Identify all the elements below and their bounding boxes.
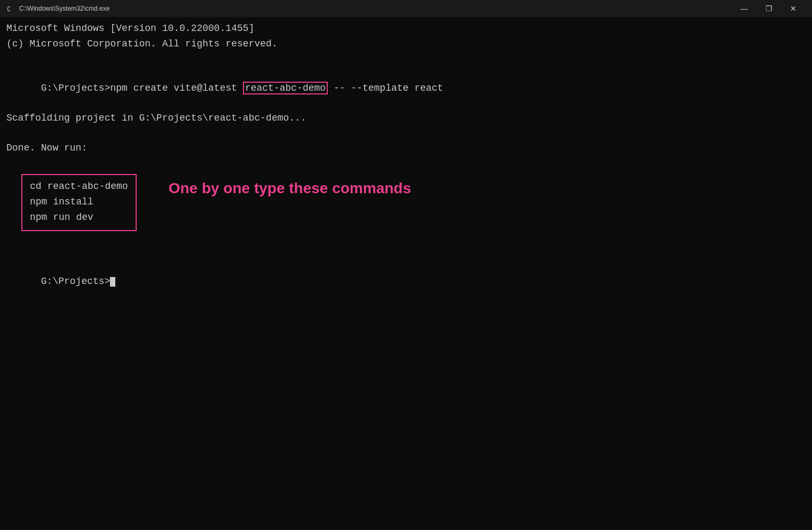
- title-bar-title: C:\Windows\System32\cmd.exe: [19, 5, 109, 12]
- cmd-npm-install: npm install: [30, 195, 128, 209]
- close-button[interactable]: ✕: [781, 0, 806, 17]
- line-version: Microsoft Windows [Version 10.0.22000.14…: [6, 21, 806, 36]
- maximize-button[interactable]: ❐: [756, 0, 781, 17]
- cursor: [110, 277, 115, 287]
- annotation-text: One by one type these commands: [169, 177, 411, 200]
- line-done: Done. Now run:: [6, 141, 806, 155]
- cmd-cd: cd react-abc-demo: [30, 179, 128, 194]
- line-npm-create: G:\Projects>npm create vite@latest react…: [6, 67, 806, 110]
- cmd-icon: C: [6, 4, 15, 13]
- cmd-npm-run-dev: npm run dev: [30, 210, 128, 225]
- line-prompt[interactable]: G:\Projects>: [6, 260, 806, 303]
- cmd-window: C C:\Windows\System32\cmd.exe — ❐ ✕ Micr…: [0, 0, 812, 530]
- line3-after: -- --template react: [328, 83, 443, 93]
- line-scaffolding: Scaffolding project in G:\Projects\react…: [6, 111, 806, 125]
- title-bar-controls: — ❐ ✕: [732, 0, 806, 17]
- highlighted-project-name: react-abc-demo: [243, 82, 328, 94]
- current-prompt: G:\Projects>: [41, 276, 111, 287]
- terminal-body[interactable]: Microsoft Windows [Version 10.0.22000.14…: [0, 17, 812, 530]
- commands-box: cd react-abc-demo npm install npm run de…: [21, 174, 137, 231]
- minimize-button[interactable]: —: [732, 0, 756, 17]
- svg-text:C: C: [7, 5, 11, 13]
- commands-row: cd react-abc-demo npm install npm run de…: [6, 172, 806, 231]
- title-bar: C C:\Windows\System32\cmd.exe — ❐ ✕: [0, 0, 812, 17]
- title-bar-left: C C:\Windows\System32\cmd.exe: [6, 4, 109, 13]
- prompt-npm-create: G:\Projects>npm create vite@latest: [41, 83, 243, 93]
- line-copyright: (c) Microsoft Corporation. All rights re…: [6, 37, 806, 51]
